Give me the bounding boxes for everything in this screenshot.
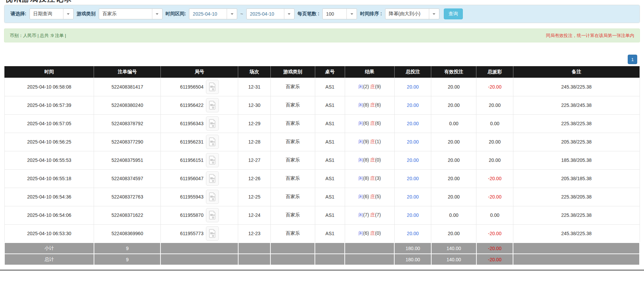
banker-score: (7)	[375, 212, 381, 218]
cell-round-id: 611955773	[160, 224, 238, 243]
cell-table-no: AS1	[315, 96, 345, 114]
table-row: 2025-04-10 06:54:36522408372763611955943…	[4, 188, 640, 206]
totals-total-bet: 180.00	[394, 254, 431, 265]
video-replay-icon	[209, 119, 216, 128]
cell-total-bet[interactable]: 20.00	[394, 188, 431, 206]
cell-table-no: AS1	[315, 188, 345, 206]
column-header: 时间	[4, 66, 94, 78]
records-table: 时间注单编号局号场次游戏类别桌号结果总投注有效投注总派彩备注 2025-04-1…	[4, 66, 640, 265]
cell-round-id: 611956231	[160, 133, 238, 151]
player-result-label: 闲	[358, 175, 363, 181]
player-result-label: 闲	[358, 102, 363, 108]
cell-game-category: 百家乐	[270, 169, 315, 188]
cell-session: 12-23	[238, 224, 270, 243]
video-replay-button[interactable]	[206, 171, 219, 186]
banker-score: (9)	[375, 84, 381, 89]
cell-valid-bet: 20.00	[431, 96, 476, 114]
cell-total-bet[interactable]: 20.00	[394, 114, 431, 133]
cell-total-bet[interactable]: 20.00	[394, 224, 431, 243]
date-from-picker[interactable]: 2025-04-10	[189, 8, 237, 19]
player-score: (6)	[363, 230, 369, 236]
player-score: (7)	[363, 212, 369, 218]
cell-bet-id: 522408380240	[94, 96, 161, 114]
video-replay-button[interactable]	[206, 153, 219, 167]
cell-valid-bet: 0.00	[431, 206, 476, 224]
cell-valid-bet: 20.00	[431, 188, 476, 206]
table-row: 2025-04-10 06:55:18522408374597611956047…	[4, 169, 640, 188]
page-size-select[interactable]: 100	[322, 8, 357, 19]
round-id-value: 611955943	[180, 194, 204, 200]
table-row: 2025-04-10 06:58:08522408381417611956504…	[4, 78, 640, 96]
cell-payout: 0.00	[476, 114, 513, 133]
totals-label: 总计	[4, 254, 94, 265]
filter-panel: 请选择: 日期查询 游戏类别 百家乐 时间区间: 2025-04-10 ~ 20…	[4, 5, 640, 23]
video-replay-button[interactable]	[206, 135, 219, 149]
banker-score: (6)	[375, 102, 381, 108]
search-button[interactable]: 查询	[444, 8, 463, 19]
video-replay-button[interactable]	[206, 208, 219, 222]
sort-order-select[interactable]: 降幂(由大到小)	[385, 8, 439, 19]
cell-bet-id: 522408372763	[94, 188, 161, 206]
column-header: 局号	[160, 66, 238, 78]
video-replay-button[interactable]	[206, 80, 219, 94]
cell-result: 闲(8) 庄(0)	[345, 151, 394, 169]
round-id-value: 611956422	[180, 102, 204, 108]
cell-time: 2025-04-10 06:54:06	[4, 206, 94, 224]
cell-bet-id: 522408371622	[94, 206, 161, 224]
banker-score: (0)	[375, 230, 381, 236]
totals-valid-bet: 140.00	[431, 254, 476, 265]
video-replay-button[interactable]	[206, 190, 219, 204]
cell-total-bet[interactable]: 20.00	[394, 133, 431, 151]
date-to-picker[interactable]: 2025-04-10	[246, 8, 295, 19]
sort-order-value: 降幂(由大到小)	[385, 9, 429, 19]
video-replay-button[interactable]	[206, 116, 219, 131]
cell-result: 闲(9) 庄(1)	[345, 133, 394, 151]
cell-remark: 245.38/225.38	[513, 224, 640, 243]
player-score: (8)	[363, 157, 369, 163]
cell-total-bet[interactable]: 20.00	[394, 206, 431, 224]
video-replay-icon	[209, 229, 216, 238]
cell-session: 12-25	[238, 188, 270, 206]
table-row: 2025-04-10 06:54:06522408371622611955870…	[4, 206, 640, 224]
cell-time: 2025-04-10 06:57:39	[4, 96, 94, 114]
cell-valid-bet: 20.00	[431, 224, 476, 243]
cell-time: 2025-04-10 06:55:18	[4, 169, 94, 188]
table-row: 2025-04-10 06:56:25522408377290611956231…	[4, 133, 640, 151]
video-replay-button[interactable]	[206, 226, 219, 241]
banker-score: (3)	[375, 175, 381, 181]
video-replay-icon	[209, 156, 216, 165]
cell-session: 12-31	[238, 78, 270, 96]
cell-remark: 225.38/205.38	[513, 188, 640, 206]
table-row: 2025-04-10 06:57:05522408378792611956343…	[4, 114, 640, 133]
player-result-label: 闲	[358, 84, 363, 89]
summary-note: 同局有效投注，统一计算在该局第一张注单内	[546, 33, 634, 39]
video-replay-button[interactable]	[206, 98, 219, 112]
totals-total-bet: 180.00	[394, 243, 431, 254]
cell-payout: 20.00	[476, 96, 513, 114]
round-id-value: 611956343	[180, 121, 204, 126]
cell-game-category: 百家乐	[270, 188, 315, 206]
cell-remark: 225.38/245.38	[513, 96, 640, 114]
page-size-value: 100	[323, 9, 346, 19]
cell-payout: -20.00	[476, 224, 513, 243]
cell-total-bet[interactable]: 20.00	[394, 96, 431, 114]
cell-table-no: AS1	[315, 169, 345, 188]
cell-total-bet[interactable]: 20.00	[394, 151, 431, 169]
page-button-1[interactable]: 1	[628, 55, 637, 64]
totals-payout: -20.00	[476, 254, 513, 265]
cell-total-bet[interactable]: 20.00	[394, 169, 431, 188]
summary-bar: 币别：人民币 | 总共 :9 注单 | 同局有效投注，统一计算在该局第一张注单内	[4, 29, 640, 42]
caret-down-icon	[227, 9, 237, 19]
cell-round-id: 611956343	[160, 114, 238, 133]
cell-time: 2025-04-10 06:56:25	[4, 133, 94, 151]
column-header: 总投注	[394, 66, 431, 78]
cell-payout: -20.00	[476, 188, 513, 206]
cell-result: 闲(6) 庄(5)	[345, 188, 394, 206]
game-category-select[interactable]: 百家乐	[99, 8, 163, 19]
cell-payout: 20.00	[476, 151, 513, 169]
query-type-select[interactable]: 日期查询	[30, 8, 74, 19]
cell-total-bet[interactable]: 20.00	[394, 78, 431, 96]
totals-row: 总计9180.00140.00-20.00	[4, 254, 640, 265]
cell-round-id: 611956151	[160, 151, 238, 169]
cell-bet-id: 522408381417	[94, 78, 161, 96]
